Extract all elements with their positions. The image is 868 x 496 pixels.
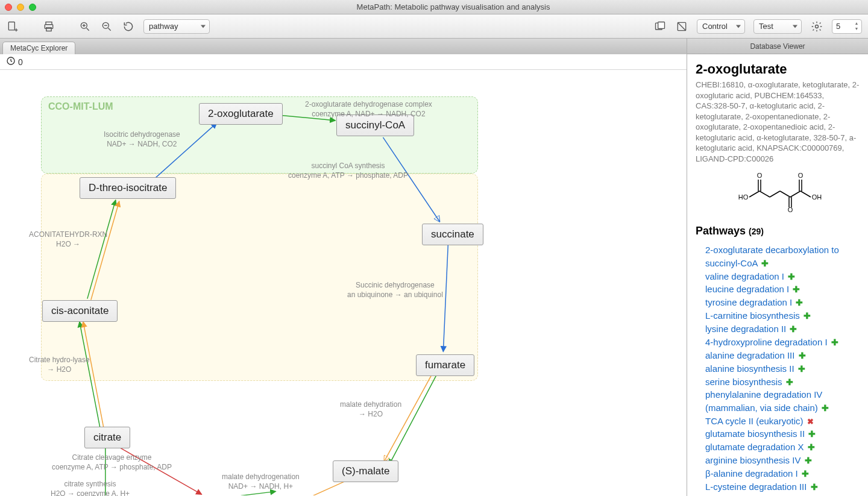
- minimize-window-icon[interactable]: [17, 4, 24, 11]
- zoom-out-icon[interactable]: [100, 20, 113, 33]
- pathway-link[interactable]: leucine degradation I: [705, 284, 789, 294]
- zoom-window-icon[interactable]: [29, 4, 36, 11]
- node-fumarate[interactable]: fumarate: [416, 354, 474, 376]
- node-cis-aconitate[interactable]: cis-aconitate: [42, 300, 118, 322]
- pathway-item: 2-oxoglutarate decarboxylation to succin…: [705, 243, 860, 269]
- pathway-link[interactable]: glutamate degradation X: [705, 442, 804, 452]
- add-pathway-icon[interactable]: ✚: [799, 351, 806, 360]
- pathway-item: glutamate degradation X ✚: [705, 441, 860, 454]
- add-pathway-icon[interactable]: ✚: [805, 456, 812, 465]
- pathway-item: β-alanine degradation I ✚: [705, 467, 860, 480]
- node-d-threo-isocitrate[interactable]: D-threo-isocitrate: [80, 177, 176, 199]
- pathway-link[interactable]: glutamate biosynthesis II: [705, 429, 805, 439]
- svg-line-24: [389, 376, 436, 465]
- pathway-link[interactable]: β-alanine degradation I: [705, 468, 798, 479]
- pathway-link[interactable]: TCA cycle II (eukaryotic): [705, 416, 804, 426]
- settings-icon[interactable]: [810, 20, 823, 33]
- crop-icon[interactable]: [675, 20, 688, 33]
- step-down-icon[interactable]: ▼: [853, 27, 860, 32]
- node-2-oxoglutarate[interactable]: 2-oxoglutarate: [199, 103, 283, 125]
- add-pathway-icon[interactable]: ✚: [761, 259, 769, 268]
- control-select[interactable]: Control: [697, 19, 745, 34]
- add-pathway-icon[interactable]: ✚: [808, 442, 815, 452]
- svg-line-16: [678, 22, 685, 30]
- region-label: CCO-MIT-LUM: [48, 101, 113, 112]
- depth-input[interactable]: 5 ▲▼: [832, 19, 862, 34]
- add-pathway-icon[interactable]: ✚: [811, 482, 818, 492]
- add-pathway-icon[interactable]: ✚: [822, 403, 829, 413]
- pathway-link[interactable]: tyrosine degradation I: [705, 297, 792, 307]
- edge-label: malate dehydration→ H2O: [340, 400, 401, 419]
- pathway-link[interactable]: arginine biosynthesis IV: [705, 455, 800, 465]
- svg-text:OH: OH: [812, 193, 822, 201]
- edge-label: 2-oxoglutarate dehydrogenase complexcoen…: [305, 100, 432, 119]
- test-select[interactable]: Test: [753, 19, 802, 34]
- edge-label: Succinic dehydrogenasean ubiquinone → an…: [347, 281, 443, 300]
- pathway-link[interactable]: serine biosynthesis: [705, 377, 782, 387]
- edge-label: Isocitric dehydrogenaseNAD+ → NADH, CO2: [104, 130, 180, 149]
- add-pathway-icon[interactable]: ✚: [798, 364, 805, 374]
- svg-line-36: [780, 191, 790, 197]
- compound-structure: O O O HO OH: [696, 170, 860, 214]
- add-pathway-icon[interactable]: ✚: [802, 469, 809, 479]
- pathway-link[interactable]: 2-oxoglutarate decarboxylation to succin…: [705, 245, 839, 268]
- close-window-icon[interactable]: [5, 4, 12, 11]
- pathway-item: L-carnitine biosynthesis ✚: [705, 309, 860, 322]
- pathway-link[interactable]: valine degradation I: [705, 271, 784, 281]
- svg-line-33: [749, 191, 760, 197]
- add-pathway-icon[interactable]: ✚: [804, 311, 811, 321]
- database-viewer-body: 2-oxoglutarate CHEBI:16810, α-oxoglutara…: [687, 54, 868, 496]
- layers-icon[interactable]: [653, 20, 667, 33]
- new-view-icon[interactable]: [6, 20, 19, 33]
- pathway-item: TCA cycle II (eukaryotic) ✖: [705, 415, 860, 427]
- pathway-link[interactable]: alanine biosynthesis II: [705, 363, 794, 374]
- step-up-icon[interactable]: ▲: [853, 21, 860, 27]
- node-s-malate[interactable]: (S)-malate: [333, 460, 398, 482]
- clock-icon: [6, 56, 16, 67]
- pathway-item: glutamate biosynthesis II ✚: [705, 427, 860, 441]
- add-pathway-icon[interactable]: ✚: [831, 337, 838, 347]
- pathway-item: leucine degradation I ✚: [705, 283, 860, 296]
- pathway-item: tyrosine degradation I ✚: [705, 296, 860, 309]
- add-pathway-icon[interactable]: ✚: [790, 324, 797, 334]
- node-succinate[interactable]: succinate: [422, 224, 483, 245]
- pathway-link[interactable]: lysine degradation II: [705, 324, 786, 334]
- pathways-heading: Pathways (29): [696, 225, 860, 237]
- window-title: MetaPath: Metabolic pathway visualisatio…: [43, 2, 863, 11]
- titlebar: MetaPath: Metabolic pathway visualisatio…: [0, 0, 868, 14]
- pathway-item: alanine biosynthesis II ✚: [705, 362, 860, 375]
- refresh-icon[interactable]: [122, 20, 135, 33]
- left-pane: MetaCyc Explorer 0 CCO-MIT-LUM: [0, 39, 687, 496]
- add-pathway-icon[interactable]: ✚: [808, 429, 816, 439]
- canvas-statusbar: 0: [0, 54, 687, 70]
- test-select-value: Test: [759, 22, 773, 31]
- add-pathway-icon[interactable]: ✚: [786, 377, 793, 387]
- pathway-link[interactable]: L-carnitine biosynthesis: [705, 310, 800, 321]
- pathway-item: valine degradation I ✚: [705, 270, 860, 283]
- zoom-in-icon[interactable]: [78, 20, 92, 33]
- svg-line-38: [800, 191, 811, 197]
- pathway-item: arginine degradation I (arginase pathway…: [705, 493, 860, 496]
- tab-metacyc-explorer[interactable]: MetaCyc Explorer: [2, 42, 75, 54]
- add-pathway-icon[interactable]: ✚: [788, 272, 795, 281]
- node-citrate[interactable]: citrate: [84, 427, 130, 448]
- add-pathway-icon[interactable]: ✚: [796, 298, 803, 307]
- add-pathway-icon[interactable]: ✚: [793, 284, 800, 294]
- print-icon[interactable]: [42, 20, 55, 33]
- pathway-item: L-cysteine degradation III ✚: [705, 480, 860, 494]
- pathway-link[interactable]: alanine degradation III: [705, 350, 794, 360]
- svg-line-37: [790, 191, 800, 197]
- edge-label: malate dehydrogenationNAD+ → NADH, H+: [222, 472, 300, 491]
- pathway-item: arginine biosynthesis IV ✚: [705, 454, 860, 467]
- pathway-select[interactable]: pathway: [143, 19, 210, 34]
- remove-pathway-icon[interactable]: ✖: [807, 417, 814, 426]
- pathway-link[interactable]: 4-hydroxyproline degradation I: [705, 337, 828, 347]
- svg-line-11: [108, 28, 111, 30]
- svg-rect-5: [46, 27, 51, 31]
- pathway-canvas[interactable]: CCO-MIT-LUM: [0, 70, 687, 496]
- pathway-link[interactable]: L-cysteine degradation III: [705, 482, 807, 492]
- svg-text:O: O: [798, 172, 804, 179]
- svg-text:O: O: [757, 172, 763, 179]
- tab-label: MetaCyc Explorer: [10, 44, 68, 52]
- pathway-link[interactable]: phenylalanine degradation IV (mammalian,…: [705, 389, 822, 412]
